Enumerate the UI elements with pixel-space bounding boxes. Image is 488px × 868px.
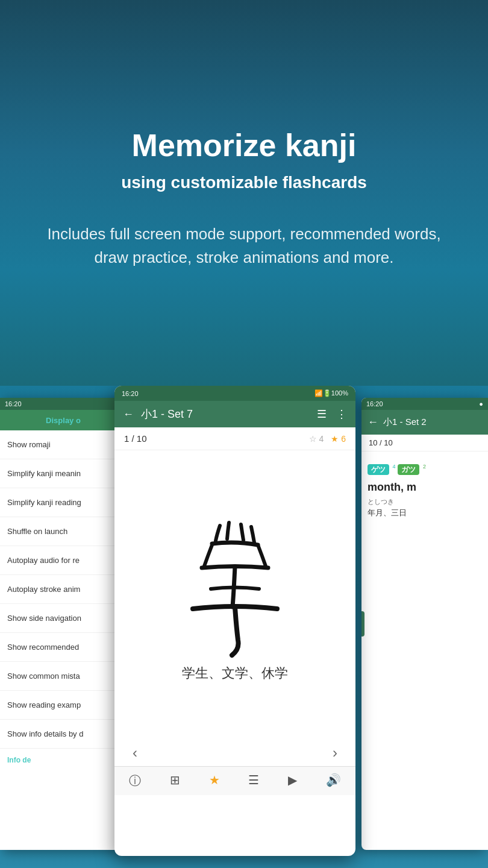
chip-teal: ゲツ: [368, 464, 389, 475]
chip-green-container: ガツ 2: [398, 464, 425, 475]
prev-arrow[interactable]: ‹: [133, 744, 137, 761]
back-icon[interactable]: ←: [123, 408, 134, 421]
chip1-num: 4: [392, 464, 395, 470]
toolbar-title: 小1 - Set 7: [141, 407, 193, 421]
more-icon[interactable]: ⋮: [336, 407, 347, 421]
side-back-arrow[interactable]: ‹: [361, 611, 364, 637]
center-toolbar: ← 小1 - Set 7 ☰ ⋮: [114, 401, 355, 427]
phone-center: 16:20 📶🔋100% ← 小1 - Set 7 ☰ ⋮ 1 / 10 ☆ 4…: [114, 386, 355, 856]
center-statusbar: 16:20 📶🔋100%: [114, 386, 355, 401]
chip-green: ガツ: [398, 464, 419, 475]
left-statusbar: 16:20 ●: [0, 398, 127, 410]
settings-header: Display o: [0, 410, 127, 430]
chip-teal-container: ゲツ 4: [368, 464, 395, 475]
right-card-content: ゲツ 4 ガツ 2 month, m としつき 年月、三日: [361, 451, 488, 530]
star-empty[interactable]: ☆ 4: [309, 434, 324, 444]
center-status-icons: 📶🔋100%: [314, 389, 348, 397]
list-nav-icon[interactable]: ☰: [248, 773, 259, 789]
card-content: 学生、文学、休学: [114, 450, 355, 740]
right-reading: としつき: [368, 497, 394, 506]
right-back-icon[interactable]: ←: [368, 416, 378, 429]
settings-item-side-nav[interactable]: Show side navigation: [0, 604, 127, 633]
right-card-counter: 10 / 10: [361, 435, 488, 451]
toolbar-icons: ☰ ⋮: [317, 407, 347, 421]
star-icon[interactable]: ★: [209, 773, 220, 789]
hero-description: Includes full screen mode support, recom…: [39, 222, 449, 269]
settings-item-simplify-meaning[interactable]: Simplify kanji meanin: [0, 459, 127, 488]
settings-item-info-details[interactable]: Show info details by d: [0, 720, 127, 749]
settings-item-autoplay-audio[interactable]: Autoplay audio for re: [0, 546, 127, 575]
settings-item-shuffle[interactable]: Shuffle on launch: [0, 517, 127, 546]
settings-header-text: Display o: [46, 416, 81, 425]
right-statusbar: 16:20 ●: [361, 398, 488, 410]
screenshots-area: 16:20 ● Display o Show romaji Simplify k…: [0, 386, 488, 868]
right-toolbar-title: 小1 - Set 2: [383, 417, 427, 428]
right-status-icon: ●: [479, 400, 483, 407]
settings-item-mistakes[interactable]: Show common mista: [0, 662, 127, 691]
star-filled[interactable]: ★ 6: [331, 434, 346, 444]
card-nav: ‹ ›: [114, 740, 355, 766]
card-number: 1 / 10: [124, 433, 147, 444]
settings-item-simplify-reading[interactable]: Simplify kanji reading: [0, 488, 127, 517]
settings-item-recommended[interactable]: Show recommended: [0, 633, 127, 662]
bottom-nav: ⓘ ⊞ ★ ☰ ▶ 🔊: [114, 766, 355, 795]
hero-subtitle: using customizable flashcards: [121, 173, 367, 192]
left-time: 16:20: [5, 400, 22, 407]
center-time: 16:20: [122, 390, 139, 397]
right-meaning: month, m: [368, 481, 416, 494]
card-stars: ☆ 4 ★ 6: [309, 434, 346, 444]
kanji-words: 学生、文学、休学: [182, 664, 288, 682]
right-examples: 年月、三日: [368, 508, 407, 518]
right-toolbar: ← 小1 - Set 2: [361, 410, 488, 435]
grid-icon[interactable]: ⊞: [170, 773, 180, 789]
settings-item-romaji[interactable]: Show romaji: [0, 430, 127, 459]
right-time: 16:20: [366, 400, 383, 407]
settings-item-reading-examples[interactable]: Show reading examp: [0, 691, 127, 720]
hero-title: Memorize kanji: [132, 128, 357, 163]
info-icon[interactable]: ⓘ: [129, 773, 141, 789]
phone-right: 16:20 ● ← 小1 - Set 2 10 / 10 ゲツ 4 ガツ 2: [361, 398, 488, 850]
phone-left: 16:20 ● Display o Show romaji Simplify k…: [0, 398, 127, 850]
settings-footer: Info de: [0, 749, 127, 772]
next-arrow[interactable]: ›: [333, 744, 337, 761]
hero-section: Memorize kanji using customizable flashc…: [0, 0, 488, 386]
settings-item-autoplay-stroke[interactable]: Autoplay stroke anim: [0, 575, 127, 604]
vocab-chips: ゲツ 4 ガツ 2: [368, 464, 426, 475]
play-icon[interactable]: ▶: [288, 773, 297, 789]
card-counter: 1 / 10 ☆ 4 ★ 6: [114, 427, 355, 450]
list-icon[interactable]: ☰: [317, 407, 327, 421]
audio-icon[interactable]: 🔊: [326, 773, 341, 789]
kanji-svg: [169, 508, 301, 664]
chip2-num: 2: [423, 464, 426, 470]
settings-list: Show romaji Simplify kanji meanin Simpli…: [0, 430, 127, 749]
